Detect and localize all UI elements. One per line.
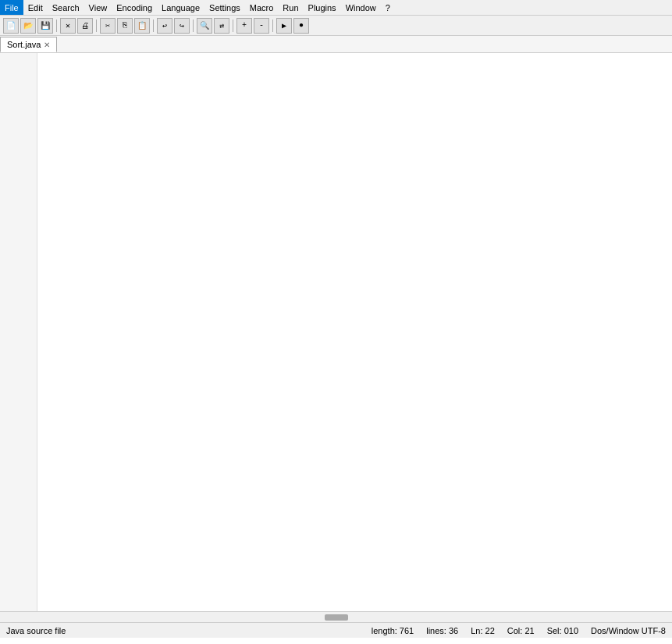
toolbar-new[interactable]: 📄 bbox=[3, 18, 19, 34]
toolbar-macro[interactable]: ▶ bbox=[276, 18, 292, 34]
hscroll-thumb[interactable] bbox=[325, 614, 348, 621]
menubar: File Edit Search View Encoding Language … bbox=[0, 0, 672, 16]
menu-view[interactable]: View bbox=[84, 0, 112, 15]
toolbar-redo[interactable]: ↪ bbox=[174, 18, 190, 34]
toolbar: 📄 📂 💾 ✕ 🖨 ✂ ⎘ 📋 ↩ ↪ 🔍 ⇄ + - ▶ ● bbox=[0, 16, 672, 36]
menu-language[interactable]: Language bbox=[157, 0, 204, 15]
horizontal-scrollbar[interactable] bbox=[0, 611, 672, 622]
menu-edit[interactable]: Edit bbox=[23, 0, 48, 15]
toolbar-undo[interactable]: ↩ bbox=[157, 18, 172, 34]
menu-macro[interactable]: Macro bbox=[245, 0, 279, 15]
status-encoding: Dos/Window UTF-8 bbox=[591, 626, 666, 635]
tab-sort-java[interactable]: Sort.java ✕ bbox=[0, 37, 57, 52]
toolbar-cut[interactable]: ✂ bbox=[100, 18, 116, 34]
menu-file[interactable]: File bbox=[0, 0, 23, 15]
line-numbers bbox=[0, 53, 37, 611]
toolbar-replace[interactable]: ⇄ bbox=[214, 18, 229, 34]
status-sel: Sel: 010 bbox=[547, 626, 578, 635]
toolbar-record[interactable]: ● bbox=[293, 18, 309, 34]
status-length: length: 761 bbox=[372, 626, 414, 635]
toolbar-print[interactable]: 🖨 bbox=[77, 18, 93, 34]
toolbar-close[interactable]: ✕ bbox=[60, 18, 76, 34]
status-ln: Ln: 22 bbox=[471, 626, 495, 635]
toolbar-zoom-out[interactable]: - bbox=[254, 18, 269, 34]
toolbar-save[interactable]: 💾 bbox=[37, 18, 53, 34]
toolbar-sep2 bbox=[96, 20, 97, 32]
status-col: Col: 21 bbox=[507, 626, 535, 635]
menu-encoding[interactable]: Encoding bbox=[112, 0, 157, 15]
toolbar-copy[interactable]: ⎘ bbox=[117, 18, 133, 34]
toolbar-find[interactable]: 🔍 bbox=[197, 18, 212, 34]
status-file-type: Java source file bbox=[6, 626, 66, 635]
menu-settings[interactable]: Settings bbox=[204, 0, 245, 15]
toolbar-sep3 bbox=[153, 20, 154, 32]
toolbar-open[interactable]: 📂 bbox=[20, 18, 36, 34]
toolbar-sep1 bbox=[56, 20, 57, 32]
status-lines: lines: 36 bbox=[426, 626, 458, 635]
code-area[interactable] bbox=[37, 53, 672, 611]
menu-plugins[interactable]: Plugins bbox=[304, 0, 341, 15]
tab-label: Sort.java bbox=[7, 40, 41, 49]
menu-help[interactable]: ? bbox=[381, 0, 395, 15]
editor bbox=[0, 53, 672, 611]
menu-window[interactable]: Window bbox=[341, 0, 381, 15]
toolbar-zoom-in[interactable]: + bbox=[236, 18, 252, 34]
menu-run[interactable]: Run bbox=[278, 0, 303, 15]
toolbar-sep5 bbox=[233, 20, 233, 32]
statusbar: Java source file length: 761 lines: 36 L… bbox=[0, 622, 672, 638]
toolbar-sep6 bbox=[272, 20, 273, 32]
menu-search[interactable]: Search bbox=[48, 0, 84, 15]
toolbar-sep4 bbox=[193, 20, 194, 32]
toolbar-paste[interactable]: 📋 bbox=[134, 18, 150, 34]
tab-close-button[interactable]: ✕ bbox=[44, 41, 50, 49]
status-info: length: 761 lines: 36 Ln: 22 Col: 21 Sel… bbox=[372, 626, 666, 635]
tabbar: Sort.java ✕ bbox=[0, 36, 672, 53]
